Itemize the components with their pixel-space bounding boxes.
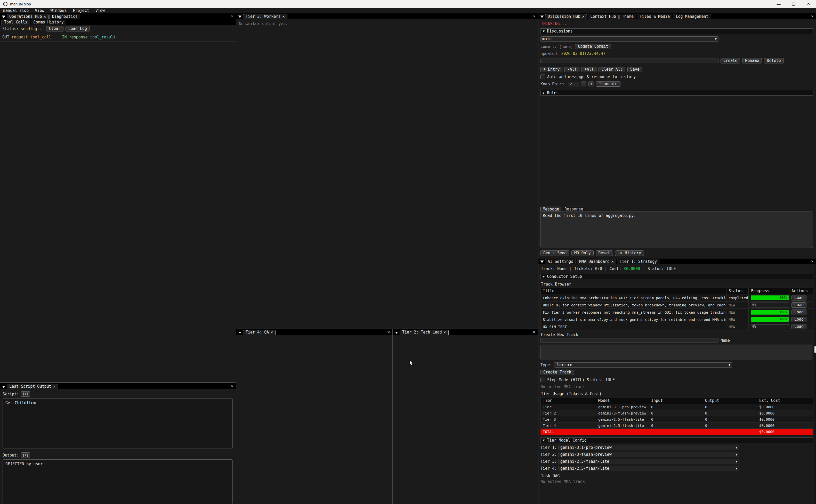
menu-item-view[interactable]: View — [32, 8, 47, 13]
tab-tier3-workers[interactable]: Tier 3: Workers ✕ — [243, 14, 287, 19]
load-track-button[interactable]: Load — [791, 302, 806, 308]
close-icon[interactable]: ✕ — [801, 0, 816, 8]
tier1-model-select[interactable]: gemini-3.1-pro-preview ▼ — [559, 445, 739, 450]
table-row[interactable]: Enhance existing MMA orchestration GUI: … — [541, 294, 813, 302]
create-button[interactable]: Create — [721, 58, 740, 63]
tab-list-icon[interactable] — [238, 330, 242, 334]
conductor-setup-header[interactable]: ▶ Conductor Setup — [540, 274, 813, 279]
discussion-select[interactable]: main ▼ — [540, 36, 718, 42]
close-icon[interactable]: ✕ — [811, 14, 813, 19]
to-history-button[interactable]: -> History — [615, 250, 644, 256]
tier3-model-select[interactable]: gemini-2.5-flash-lite ▼ — [559, 459, 739, 464]
tab-log-management[interactable]: Log Management — [673, 14, 711, 19]
tab-ai-settings[interactable]: AI Settings — [545, 259, 576, 264]
reset-button[interactable]: Reset — [596, 250, 613, 256]
tab-list-icon[interactable] — [394, 330, 399, 334]
table-row[interactable]: Build UI for context window utilization,… — [541, 302, 813, 309]
keep-pairs-minus-button[interactable]: - — [581, 82, 586, 86]
tab-list-icon[interactable] — [540, 15, 544, 18]
menu-item-windows[interactable]: Windows — [47, 8, 70, 13]
minimize-icon[interactable]: — — [771, 0, 786, 8]
tab-comms-history[interactable]: Comms History — [31, 20, 66, 25]
tab-close-icon[interactable]: ✕ — [444, 330, 446, 335]
tab-list-icon[interactable] — [2, 385, 6, 388]
collapse-all-button[interactable]: -All — [564, 67, 579, 72]
tab-close-icon[interactable]: ✕ — [44, 14, 46, 19]
discussions-section-header[interactable]: ▼ Discussions — [540, 28, 813, 34]
update-commit-button[interactable]: Update Commit — [575, 44, 611, 49]
delete-button[interactable]: Delete — [764, 58, 783, 63]
keep-pairs-plus-button[interactable]: + — [588, 82, 594, 86]
tier4-model-select[interactable]: gemini-2.5-flash-lite ▼ — [559, 466, 739, 471]
clear-button[interactable]: Clear — [46, 26, 63, 31]
load-track-button[interactable]: Load — [791, 310, 806, 315]
close-icon[interactable]: ✕ — [533, 14, 535, 19]
tab-tier4-qa[interactable]: Tier 4: QA ✕ — [243, 330, 276, 335]
splitter-ops-script[interactable] — [0, 382, 236, 383]
tab-tier2-tech-lead[interactable]: Tier 2: Tech Lead ✕ — [400, 330, 449, 335]
scrollbar-thumb[interactable] — [814, 346, 816, 353]
tab-response[interactable]: Response — [562, 207, 585, 212]
tab-list-icon[interactable] — [540, 260, 544, 263]
close-icon[interactable]: ✕ — [387, 330, 390, 334]
md-only-button[interactable]: MD Only — [571, 250, 593, 256]
tab-diagnostics[interactable]: Diagnostics — [49, 14, 80, 19]
tier-model-config-header[interactable]: ▼ Tier Model Config — [540, 437, 813, 443]
truncate-button[interactable]: Truncate — [596, 81, 620, 87]
menu-item-manual-slop[interactable]: manual slop — [0, 8, 32, 13]
tab-close-icon[interactable]: ✕ — [282, 14, 285, 19]
close-icon[interactable]: ✕ — [231, 384, 233, 388]
create-track-button[interactable]: Create Track — [540, 370, 574, 375]
close-icon[interactable]: ✕ — [231, 14, 233, 19]
auto-add-checkbox[interactable] — [540, 75, 545, 79]
load-track-button[interactable]: Load — [791, 295, 806, 300]
script-expand-button[interactable]: [+] — [21, 391, 30, 397]
load-track-button[interactable]: Load — [791, 317, 806, 322]
new-track-name-input[interactable] — [540, 338, 718, 343]
scrollbar[interactable] — [814, 264, 816, 504]
gen-send-button[interactable]: Gen + Send — [540, 250, 569, 256]
step-mode-checkbox[interactable] — [540, 378, 545, 382]
expand-all-button[interactable]: +All — [581, 67, 596, 72]
add-entry-button[interactable]: + Entry — [540, 67, 562, 72]
tab-context-hub[interactable]: Context Hub — [588, 14, 618, 19]
new-track-description-textarea[interactable] — [540, 345, 812, 360]
rename-button[interactable]: Rename — [742, 58, 762, 63]
menu-item-project[interactable]: Project — [70, 8, 92, 13]
tab-close-icon[interactable]: ✕ — [271, 330, 273, 335]
tab-mma-dashboard[interactable]: MMA Dashboard ✕ — [577, 259, 616, 264]
output-expand-button[interactable]: [+] — [21, 452, 30, 458]
roles-section-header[interactable]: ▶ Roles — [540, 90, 813, 96]
discussion-name-input[interactable] — [540, 59, 718, 63]
tab-list-icon[interactable] — [2, 15, 6, 18]
table-row[interactable]: Fix Tier 3 worker responses not reaching… — [541, 309, 813, 316]
clear-all-button[interactable]: Clear All — [599, 67, 625, 72]
tab-files-media[interactable]: Files & Media — [637, 14, 672, 19]
keep-pairs-input[interactable] — [568, 82, 579, 86]
tab-list-icon[interactable] — [238, 15, 242, 18]
close-icon[interactable]: ✕ — [811, 259, 813, 264]
tab-close-icon[interactable]: ✕ — [611, 259, 614, 264]
maximize-icon[interactable]: ▢ — [786, 0, 801, 8]
close-icon[interactable]: ✕ — [533, 330, 535, 334]
load-track-button[interactable]: Load — [791, 324, 806, 329]
tab-discussion-hub[interactable]: Discussion Hub ✕ — [545, 14, 587, 19]
output-content-box[interactable]: REJECTED by user — [3, 459, 233, 504]
table-row[interactable]: Stabilize visual_sim_mma_v2.py and mock_… — [541, 316, 813, 323]
track-type-select[interactable]: feature ▼ — [554, 362, 732, 368]
script-content-box[interactable]: Get-ChildItem — [3, 398, 233, 449]
menu-item-view-2[interactable]: View — [92, 8, 108, 13]
tab-operations-hub[interactable]: Operations Hub ✕ — [7, 14, 49, 19]
table-row[interactable]: UX_SIM_TEST NEW Load — [541, 323, 813, 330]
tab-message[interactable]: Message — [540, 207, 561, 212]
tab-tool-calls[interactable]: Tool Calls — [2, 20, 30, 25]
save-button[interactable]: Save — [627, 67, 642, 72]
tier2-model-select[interactable]: gemini-3-flash-preview ▼ — [559, 452, 739, 457]
tab-close-icon[interactable]: ✕ — [53, 384, 55, 389]
tab-close-icon[interactable]: ✕ — [582, 14, 584, 19]
tab-theme[interactable]: Theme — [619, 14, 636, 19]
tab-tier1-strategy[interactable]: Tier 1: Strategy — [617, 259, 660, 264]
load-log-button[interactable]: Load Log — [66, 26, 90, 31]
tab-last-script-output[interactable]: Last Script Output ✕ — [7, 384, 58, 389]
message-textarea[interactable]: Read the first 10 lines of aggregate.py. — [540, 212, 813, 248]
